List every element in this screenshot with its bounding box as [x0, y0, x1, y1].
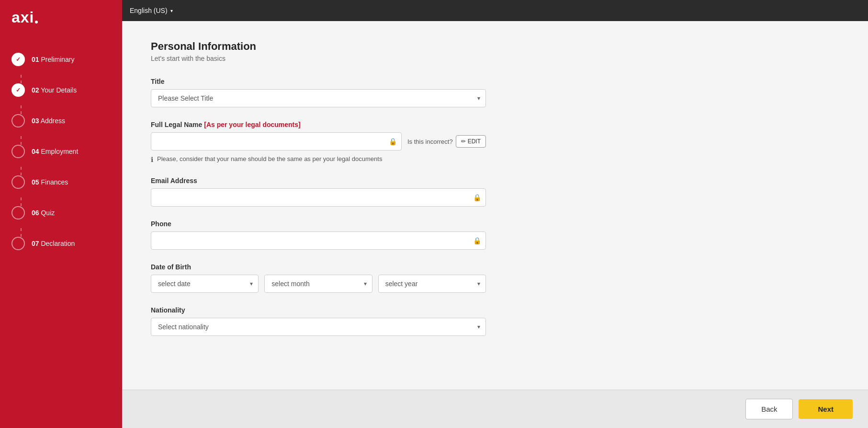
logo-area: axi: [0, 0, 122, 39]
email-input[interactable]: [151, 188, 486, 207]
phone-input-wrapper: 🔒: [151, 231, 486, 250]
language-label: English (US): [130, 7, 168, 14]
step-06[interactable]: 06 Quiz: [0, 197, 122, 228]
bottom-bar: Back Next: [122, 390, 868, 428]
dob-year-wrapper: select year 2026202520242023202220212020…: [378, 275, 486, 293]
email-group: Email Address 🔒: [151, 177, 486, 207]
phone-label: Phone: [151, 220, 486, 228]
sidebar: axi 01 Preliminary 02 Your Details 03 Ad…: [0, 0, 122, 428]
step-06-label: 06 Quiz: [32, 209, 55, 217]
step-07[interactable]: 07 Declaration: [0, 228, 122, 259]
title-select[interactable]: Please Select Title Mr Mrs Ms Dr: [151, 89, 486, 107]
name-info-note: ℹ Please, consider that your name should…: [151, 155, 486, 163]
full-name-label: Full Legal Name [As per your legal docum…: [151, 121, 486, 128]
name-note-text: Please, consider that your name should b…: [157, 155, 382, 162]
phone-group: Phone 🔒: [151, 220, 486, 250]
dob-group: Date of Birth select date 123 456 789 10…: [151, 263, 486, 293]
nationality-select-wrapper: Select nationality Australian American B…: [151, 318, 486, 336]
step-04[interactable]: 04 Employment: [0, 136, 122, 167]
title-select-wrapper: Please Select Title Mr Mrs Ms Dr ▾: [151, 89, 486, 107]
logo: axi: [11, 10, 34, 25]
language-selector[interactable]: English (US) ▾: [130, 7, 173, 14]
is-incorrect-label: Is this incorrect?: [407, 138, 453, 145]
dob-label: Date of Birth: [151, 263, 486, 271]
step-02-label: 02 Your Details: [32, 86, 77, 94]
main-area: English (US) ▾ Personal Information Let'…: [122, 0, 868, 428]
dob-row: select date 123 456 789 101112 131415 16…: [151, 275, 486, 293]
dob-month-select[interactable]: select month JanuaryFebruaryMarch AprilM…: [264, 275, 372, 293]
step-02-circle: [11, 83, 25, 97]
next-button[interactable]: Next: [799, 399, 853, 419]
full-name-input-wrapper: 🔒: [151, 132, 402, 150]
email-label: Email Address: [151, 177, 486, 185]
title-label: Title: [151, 78, 486, 85]
step-05[interactable]: 05 Finances: [0, 167, 122, 197]
is-incorrect-section: Is this incorrect? ✏ EDIT: [407, 135, 486, 148]
info-icon: ℹ: [151, 156, 153, 163]
title-group: Title Please Select Title Mr Mrs Ms Dr ▾: [151, 78, 486, 107]
topbar: English (US) ▾: [122, 0, 868, 21]
step-07-label: 07 Declaration: [32, 240, 75, 247]
step-list: 01 Preliminary 02 Your Details 03 Addres…: [0, 39, 122, 428]
step-03-circle: [11, 114, 25, 127]
step-06-circle: [11, 206, 25, 220]
step-04-label: 04 Employment: [32, 148, 78, 155]
dob-month-wrapper: select month JanuaryFebruaryMarch AprilM…: [264, 275, 372, 293]
step-05-label: 05 Finances: [32, 178, 68, 186]
name-row: 🔒 Is this incorrect? ✏ EDIT: [151, 132, 486, 150]
step-01[interactable]: 01 Preliminary: [0, 44, 122, 75]
phone-input[interactable]: [151, 231, 486, 250]
nationality-group: Nationality Select nationality Australia…: [151, 306, 486, 336]
email-lock-icon: 🔒: [473, 194, 481, 201]
content-area: Personal Information Let's start with th…: [122, 21, 868, 428]
full-name-input[interactable]: [151, 132, 402, 150]
pencil-icon: ✏: [461, 138, 466, 145]
dob-year-select[interactable]: select year 2026202520242023202220212020…: [378, 275, 486, 293]
back-button[interactable]: Back: [745, 399, 793, 419]
page-subtitle: Let's start with the basics: [151, 55, 486, 62]
logo-dot: [35, 21, 38, 23]
page-title: Personal Information: [151, 40, 486, 53]
nationality-select[interactable]: Select nationality Australian American B…: [151, 318, 486, 336]
step-05-circle: [11, 175, 25, 189]
step-02[interactable]: 02 Your Details: [0, 75, 122, 105]
step-07-circle: [11, 237, 25, 250]
edit-label: EDIT: [468, 138, 481, 145]
nationality-label: Nationality: [151, 306, 486, 314]
step-01-circle: [11, 53, 25, 66]
step-03[interactable]: 03 Address: [0, 105, 122, 136]
step-04-circle: [11, 145, 25, 158]
step-01-label: 01 Preliminary: [32, 56, 74, 63]
full-name-lock-icon: 🔒: [389, 138, 397, 145]
language-chevron-icon: ▾: [170, 8, 173, 13]
email-input-wrapper: 🔒: [151, 188, 486, 207]
full-name-group: Full Legal Name [As per your legal docum…: [151, 121, 486, 163]
step-03-label: 03 Address: [32, 117, 65, 125]
dob-date-select[interactable]: select date 123 456 789 101112 131415 16…: [151, 275, 259, 293]
full-name-highlight: [As per your legal documents]: [204, 121, 300, 128]
edit-button[interactable]: ✏ EDIT: [456, 135, 486, 148]
phone-lock-icon: 🔒: [473, 237, 481, 244]
dob-date-wrapper: select date 123 456 789 101112 131415 16…: [151, 275, 259, 293]
